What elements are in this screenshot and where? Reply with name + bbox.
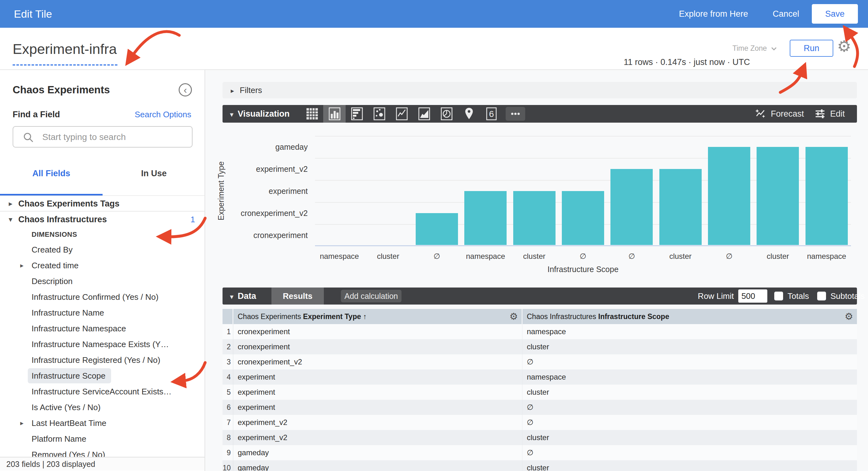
sidebar-item-chaos-infrastructures[interactable]: ▾Chaos Infrastructures1	[0, 211, 205, 227]
viz-type-line-icon[interactable]	[391, 105, 413, 123]
run-button[interactable]: Run	[790, 40, 833, 57]
results-tab[interactable]: Results	[272, 288, 324, 305]
sidebar-item-infrastructure-namespace[interactable]: Infrastructure Namespace	[0, 321, 205, 336]
chart-bar[interactable]	[659, 169, 702, 245]
data-header-toggle[interactable]: ▾Data	[230, 288, 256, 305]
caret-right-icon[interactable]: ▸	[9, 196, 12, 211]
cell-infrastructure-scope[interactable]: cluster	[522, 460, 857, 471]
sidebar-item-created-by[interactable]: Created By	[0, 242, 205, 258]
chart-bar[interactable]	[611, 169, 653, 245]
cell-experiment-type[interactable]: experiment	[233, 369, 522, 384]
viz-type-column-icon[interactable]	[323, 105, 346, 123]
gear-icon[interactable]: ⚙	[837, 37, 851, 56]
filters-section-header[interactable]: ▸Filters	[222, 82, 857, 98]
query-header: Experiment-infra Time Zone 11 rows · 0.1…	[0, 28, 868, 70]
viz-type-map-icon[interactable]	[458, 105, 480, 123]
row-limit-input[interactable]	[738, 290, 767, 303]
row-number: 8	[222, 430, 233, 445]
chart-bar[interactable]	[513, 191, 556, 245]
sidebar-item-is-active-yes-no[interactable]: Is Active (Yes / No)	[0, 399, 205, 415]
sidebar-item-last-heartbeat-time[interactable]: ▸Last HeartBeat Time	[0, 415, 205, 431]
row-number: 5	[222, 384, 233, 400]
tile-title-input[interactable]: Experiment-infra	[12, 41, 117, 57]
cell-infrastructure-scope[interactable]: namespace	[522, 369, 857, 384]
cell-experiment-type[interactable]: experiment_v2	[233, 430, 522, 445]
column-gear-icon[interactable]: ⚙	[845, 309, 853, 324]
cancel-button[interactable]: Cancel	[773, 0, 799, 28]
cell-experiment-type[interactable]: experiment_v2	[233, 415, 522, 430]
gridline	[315, 136, 851, 136]
x-tick-label: namespace	[802, 251, 851, 261]
table-row: 2cronexperimentcluster	[222, 339, 857, 355]
caret-down-icon: ▾	[230, 111, 233, 118]
sidebar-item-removed-yes-no[interactable]: Removed (Yes / No)	[0, 447, 205, 457]
totals-checkbox[interactable]	[774, 292, 783, 300]
viz-type-scatter-icon[interactable]	[368, 105, 391, 123]
cell-infrastructure-scope[interactable]: namespace	[522, 324, 857, 339]
cell-infrastructure-scope[interactable]: cluster	[522, 339, 857, 355]
tab-all-fields[interactable]: All Fields	[0, 166, 102, 180]
save-button[interactable]: Save	[812, 4, 858, 24]
edit-viz-button[interactable]: Edit	[814, 105, 845, 123]
cell-infrastructure-scope[interactable]: ∅	[522, 445, 857, 460]
caret-right-icon[interactable]: ▸	[20, 258, 24, 273]
x-tick-label: cluster	[364, 251, 413, 261]
viz-type-table-icon[interactable]	[301, 105, 323, 123]
table-row: 10gamedaycluster	[222, 460, 857, 471]
sidebar-item-infrastructure-serviceaccount-exists[interactable]: Infrastructure ServiceAccount Exists…	[0, 384, 205, 399]
cell-experiment-type[interactable]: cronexperiment	[233, 339, 522, 355]
timezone-selector[interactable]: Time Zone	[733, 44, 777, 53]
top-app-bar: Edit Tile Explore from Here Cancel Save	[0, 0, 868, 28]
cell-experiment-type[interactable]: cronexperiment_v2	[233, 355, 522, 369]
caret-right-icon[interactable]: ▸	[20, 415, 24, 431]
cell-experiment-type[interactable]: experiment	[233, 400, 522, 415]
sidebar-item-infrastructure-namespace-exists-y[interactable]: Infrastructure Namespace Exists (Y…	[0, 336, 205, 352]
explore-from-here-button[interactable]: Explore from Here	[679, 0, 748, 28]
cell-infrastructure-scope[interactable]: ∅	[522, 400, 857, 415]
subtotals-checkbox[interactable]	[817, 292, 826, 300]
cell-experiment-type[interactable]: gameday	[233, 460, 522, 471]
sidebar-item-created-time[interactable]: ▸Created time	[0, 258, 205, 273]
visualization-header-toggle[interactable]: ▾Visualization	[230, 105, 290, 123]
caret-down-icon[interactable]: ▾	[9, 211, 12, 227]
cell-infrastructure-scope[interactable]: ∅	[522, 355, 857, 369]
chart-bar[interactable]	[806, 147, 848, 245]
field-count-footer: 203 fields | 203 displayed	[0, 457, 205, 470]
add-calculation-button[interactable]: Add calculation	[341, 290, 402, 302]
sidebar-item-chaos-experiments-tags[interactable]: ▸Chaos Experiments Tags	[0, 196, 205, 211]
chart-bar[interactable]	[464, 191, 506, 245]
cell-infrastructure-scope[interactable]: cluster	[522, 430, 857, 445]
column-header-infrastructure-scope[interactable]: Chaos Infrastructures Infrastructure Sco…	[522, 309, 857, 324]
cell-experiment-type[interactable]: gameday	[233, 445, 522, 460]
y-tick-label: gameday	[205, 142, 308, 152]
column-gear-icon[interactable]: ⚙	[509, 309, 518, 324]
viz-type-pie-icon[interactable]	[435, 105, 458, 123]
chart-bar[interactable]	[708, 147, 750, 245]
search-options-link[interactable]: Search Options	[135, 110, 191, 120]
cell-infrastructure-scope[interactable]: cluster	[522, 384, 857, 400]
viz-type-more-icon[interactable]	[506, 107, 525, 121]
viz-type-bar-icon[interactable]	[346, 105, 368, 123]
column-header-experiment-type[interactable]: Chaos Experiments Experiment Type ↑ ⚙	[233, 309, 522, 324]
sidebar-item-infrastructure-confirmed-yes-no[interactable]: Infrastructure Confirmed (Yes / No)	[0, 289, 205, 305]
forecast-button[interactable]: Forecast	[754, 105, 804, 123]
cell-experiment-type[interactable]: experiment	[233, 384, 522, 400]
table-row: 3cronexperiment_v2∅	[222, 355, 857, 369]
chart-bar[interactable]	[562, 191, 604, 245]
row-number: 6	[222, 400, 233, 415]
sidebar-item-infrastructure-registered-yes-no[interactable]: Infrastructure Registered (Yes / No)	[0, 352, 205, 368]
cell-infrastructure-scope[interactable]: ∅	[522, 415, 857, 430]
viz-type-single-value-icon[interactable]: 6	[480, 105, 502, 123]
chart-bar[interactable]	[416, 213, 458, 245]
collapse-sidebar-icon[interactable]: ‹	[179, 83, 192, 97]
sidebar-item-platform-name[interactable]: Platform Name	[0, 431, 205, 447]
timezone-label: Time Zone	[733, 44, 767, 52]
search-input[interactable]	[42, 128, 182, 146]
viz-type-area-icon[interactable]	[413, 105, 435, 123]
sidebar-item-infrastructure-scope[interactable]: Infrastructure Scope	[0, 368, 205, 384]
sidebar-item-infrastructure-name[interactable]: Infrastructure Name	[0, 305, 205, 321]
chart-bar[interactable]	[756, 147, 799, 245]
cell-experiment-type[interactable]: cronexperiment	[233, 324, 522, 339]
sidebar-item-description[interactable]: Description	[0, 273, 205, 289]
tab-in-use[interactable]: In Use	[102, 166, 205, 180]
